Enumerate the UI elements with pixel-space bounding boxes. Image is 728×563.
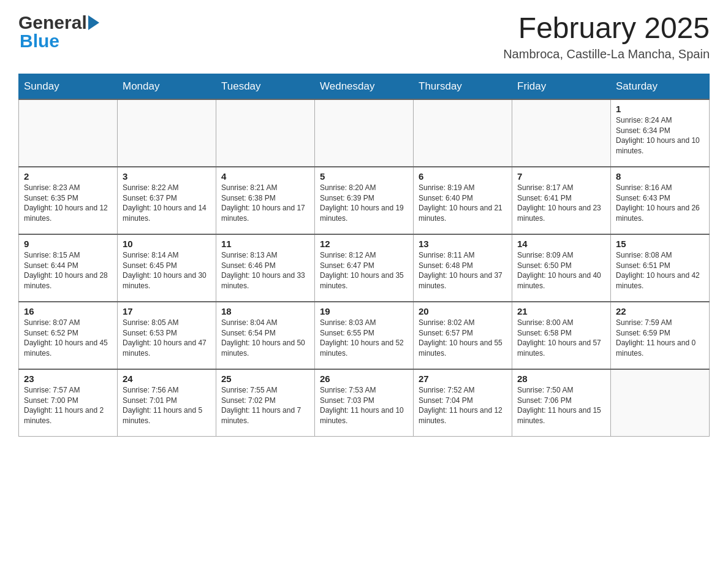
- table-row: 23Sunrise: 7:57 AM Sunset: 7:00 PM Dayli…: [19, 369, 118, 437]
- day-info: Sunrise: 8:11 AM Sunset: 6:48 PM Dayligh…: [419, 250, 507, 291]
- day-info: Sunrise: 8:16 AM Sunset: 6:43 PM Dayligh…: [616, 183, 704, 224]
- table-row: 3Sunrise: 8:22 AM Sunset: 6:37 PM Daylig…: [118, 167, 216, 234]
- day-info: Sunrise: 8:19 AM Sunset: 6:40 PM Dayligh…: [419, 183, 507, 224]
- day-info: Sunrise: 8:04 AM Sunset: 6:54 PM Dayligh…: [221, 318, 309, 359]
- table-row: 14Sunrise: 8:09 AM Sunset: 6:50 PM Dayli…: [512, 234, 611, 302]
- table-row: 20Sunrise: 8:02 AM Sunset: 6:57 PM Dayli…: [414, 302, 512, 369]
- table-row: 19Sunrise: 8:03 AM Sunset: 6:55 PM Dayli…: [315, 302, 414, 369]
- day-number: 12: [320, 239, 408, 249]
- day-number: 4: [221, 171, 309, 182]
- day-info: Sunrise: 8:02 AM Sunset: 6:57 PM Dayligh…: [419, 318, 507, 359]
- day-number: 15: [616, 239, 704, 249]
- day-info: Sunrise: 8:24 AM Sunset: 6:34 PM Dayligh…: [616, 115, 704, 156]
- day-number: 16: [24, 306, 112, 316]
- month-title: February 2025: [503, 12, 710, 45]
- day-info: Sunrise: 7:50 AM Sunset: 7:06 PM Dayligh…: [517, 385, 605, 426]
- logo-arrow-icon: [88, 15, 99, 30]
- table-row: 21Sunrise: 8:00 AM Sunset: 6:58 PM Dayli…: [512, 302, 611, 369]
- day-number: 1: [616, 104, 704, 114]
- day-info: Sunrise: 7:53 AM Sunset: 7:03 PM Dayligh…: [320, 385, 408, 426]
- table-row: 6Sunrise: 8:19 AM Sunset: 6:40 PM Daylig…: [414, 167, 512, 234]
- day-info: Sunrise: 8:05 AM Sunset: 6:53 PM Dayligh…: [123, 318, 211, 359]
- day-info: Sunrise: 7:55 AM Sunset: 7:02 PM Dayligh…: [221, 385, 309, 426]
- col-tuesday: Tuesday: [216, 74, 315, 99]
- table-row: [315, 99, 414, 167]
- day-number: 5: [320, 171, 408, 182]
- day-number: 11: [221, 239, 309, 249]
- table-row: [19, 99, 118, 167]
- table-row: 11Sunrise: 8:13 AM Sunset: 6:46 PM Dayli…: [216, 234, 315, 302]
- day-info: Sunrise: 8:22 AM Sunset: 6:37 PM Dayligh…: [123, 183, 211, 224]
- table-row: 9Sunrise: 8:15 AM Sunset: 6:44 PM Daylig…: [19, 234, 118, 302]
- logo: General Blue: [18, 12, 100, 52]
- table-row: 1Sunrise: 8:24 AM Sunset: 6:34 PM Daylig…: [611, 99, 710, 167]
- day-number: 24: [123, 373, 211, 384]
- col-friday: Friday: [512, 74, 611, 99]
- col-thursday: Thursday: [414, 74, 512, 99]
- col-saturday: Saturday: [611, 74, 710, 99]
- day-info: Sunrise: 8:09 AM Sunset: 6:50 PM Dayligh…: [517, 250, 605, 291]
- calendar-table: Sunday Monday Tuesday Wednesday Thursday…: [18, 74, 710, 437]
- day-info: Sunrise: 8:00 AM Sunset: 6:58 PM Dayligh…: [517, 318, 605, 359]
- table-row: 5Sunrise: 8:20 AM Sunset: 6:39 PM Daylig…: [315, 167, 414, 234]
- table-row: 8Sunrise: 8:16 AM Sunset: 6:43 PM Daylig…: [611, 167, 710, 234]
- table-row: [512, 99, 611, 167]
- day-number: 22: [616, 306, 704, 316]
- table-row: [611, 369, 710, 437]
- week-row: 1Sunrise: 8:24 AM Sunset: 6:34 PM Daylig…: [19, 99, 710, 167]
- title-area: February 2025 Nambroca, Castille-La Manc…: [503, 12, 710, 61]
- col-monday: Monday: [118, 74, 216, 99]
- day-info: Sunrise: 7:57 AM Sunset: 7:00 PM Dayligh…: [24, 385, 112, 426]
- day-number: 20: [419, 306, 507, 316]
- day-number: 6: [419, 171, 507, 182]
- table-row: 13Sunrise: 8:11 AM Sunset: 6:48 PM Dayli…: [414, 234, 512, 302]
- day-info: Sunrise: 8:17 AM Sunset: 6:41 PM Dayligh…: [517, 183, 605, 224]
- page-header: General Blue February 2025 Nambroca, Cas…: [18, 12, 710, 61]
- day-number: 18: [221, 306, 309, 316]
- day-info: Sunrise: 7:56 AM Sunset: 7:01 PM Dayligh…: [123, 385, 211, 426]
- week-row: 16Sunrise: 8:07 AM Sunset: 6:52 PM Dayli…: [19, 302, 710, 369]
- table-row: 16Sunrise: 8:07 AM Sunset: 6:52 PM Dayli…: [19, 302, 118, 369]
- table-row: 22Sunrise: 7:59 AM Sunset: 6:59 PM Dayli…: [611, 302, 710, 369]
- table-row: 24Sunrise: 7:56 AM Sunset: 7:01 PM Dayli…: [118, 369, 216, 437]
- day-number: 2: [24, 171, 112, 182]
- day-info: Sunrise: 8:13 AM Sunset: 6:46 PM Dayligh…: [221, 250, 309, 291]
- week-row: 2Sunrise: 8:23 AM Sunset: 6:35 PM Daylig…: [19, 167, 710, 234]
- day-number: 13: [419, 239, 507, 249]
- col-sunday: Sunday: [19, 74, 118, 99]
- day-number: 10: [123, 239, 211, 249]
- day-number: 14: [517, 239, 605, 249]
- location-text: Nambroca, Castille-La Mancha, Spain: [503, 47, 710, 61]
- calendar-header-row: Sunday Monday Tuesday Wednesday Thursday…: [19, 74, 710, 99]
- day-number: 25: [221, 373, 309, 384]
- day-info: Sunrise: 8:07 AM Sunset: 6:52 PM Dayligh…: [24, 318, 112, 359]
- week-row: 23Sunrise: 7:57 AM Sunset: 7:00 PM Dayli…: [19, 369, 710, 437]
- day-info: Sunrise: 8:23 AM Sunset: 6:35 PM Dayligh…: [24, 183, 112, 224]
- day-info: Sunrise: 8:14 AM Sunset: 6:45 PM Dayligh…: [123, 250, 211, 291]
- table-row: 27Sunrise: 7:52 AM Sunset: 7:04 PM Dayli…: [414, 369, 512, 437]
- day-number: 21: [517, 306, 605, 316]
- table-row: 2Sunrise: 8:23 AM Sunset: 6:35 PM Daylig…: [19, 167, 118, 234]
- day-number: 9: [24, 239, 112, 249]
- day-number: 28: [517, 373, 605, 384]
- day-number: 19: [320, 306, 408, 316]
- day-number: 8: [616, 171, 704, 182]
- table-row: [118, 99, 216, 167]
- table-row: 15Sunrise: 8:08 AM Sunset: 6:51 PM Dayli…: [611, 234, 710, 302]
- table-row: 26Sunrise: 7:53 AM Sunset: 7:03 PM Dayli…: [315, 369, 414, 437]
- day-info: Sunrise: 8:20 AM Sunset: 6:39 PM Dayligh…: [320, 183, 408, 224]
- table-row: [216, 99, 315, 167]
- day-number: 17: [123, 306, 211, 316]
- day-info: Sunrise: 7:59 AM Sunset: 6:59 PM Dayligh…: [616, 318, 704, 359]
- col-wednesday: Wednesday: [315, 74, 414, 99]
- table-row: 18Sunrise: 8:04 AM Sunset: 6:54 PM Dayli…: [216, 302, 315, 369]
- table-row: 4Sunrise: 8:21 AM Sunset: 6:38 PM Daylig…: [216, 167, 315, 234]
- table-row: 12Sunrise: 8:12 AM Sunset: 6:47 PM Dayli…: [315, 234, 414, 302]
- logo-general-text: General: [18, 12, 87, 33]
- table-row: 28Sunrise: 7:50 AM Sunset: 7:06 PM Dayli…: [512, 369, 611, 437]
- logo-blue-text: Blue: [18, 31, 100, 52]
- table-row: [414, 99, 512, 167]
- day-number: 3: [123, 171, 211, 182]
- day-info: Sunrise: 8:12 AM Sunset: 6:47 PM Dayligh…: [320, 250, 408, 291]
- table-row: 10Sunrise: 8:14 AM Sunset: 6:45 PM Dayli…: [118, 234, 216, 302]
